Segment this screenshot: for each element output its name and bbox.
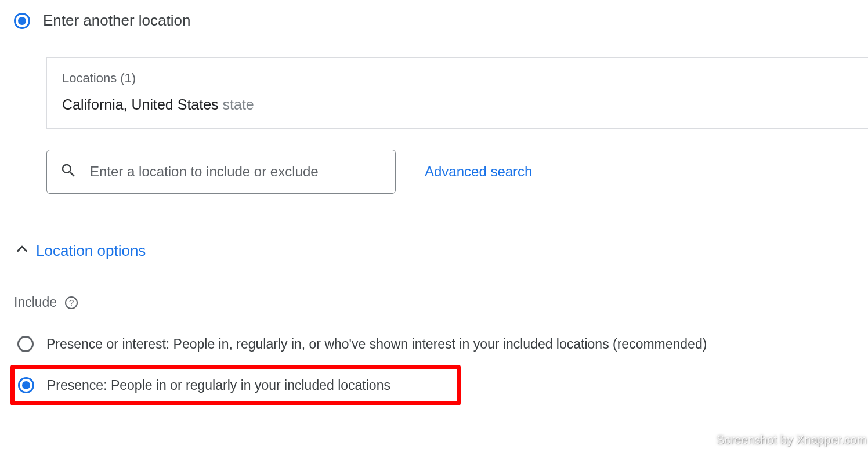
location-options-toggle[interactable]: Location options bbox=[14, 241, 868, 260]
include-row: Include ? bbox=[14, 295, 868, 310]
enter-another-location-radio[interactable] bbox=[14, 13, 30, 29]
help-icon[interactable]: ? bbox=[65, 296, 78, 309]
option-presence[interactable]: Presence: People in or regularly in your… bbox=[10, 365, 461, 405]
chevron-up-icon bbox=[14, 241, 30, 260]
location-entry[interactable]: California, United States state bbox=[62, 96, 853, 113]
include-label: Include bbox=[14, 295, 57, 310]
presence-label: Presence: People in or regularly in your… bbox=[47, 378, 390, 393]
location-options-title: Location options bbox=[36, 242, 146, 260]
search-placeholder: Enter a location to include or exclude bbox=[90, 164, 319, 180]
locations-header: Locations (1) bbox=[62, 71, 853, 86]
location-type: state bbox=[223, 96, 254, 113]
location-search-input[interactable]: Enter a location to include or exclude bbox=[46, 150, 396, 194]
presence-or-interest-radio[interactable] bbox=[17, 336, 34, 352]
search-icon bbox=[60, 162, 77, 182]
watermark: Screenshot by Xnapper.com bbox=[717, 433, 867, 447]
presence-or-interest-label: Presence or interest: People in, regular… bbox=[46, 336, 707, 352]
option-presence-or-interest[interactable]: Presence or interest: People in, regular… bbox=[14, 331, 868, 357]
enter-another-location-label: Enter another location bbox=[43, 12, 190, 30]
advanced-search-link[interactable]: Advanced search bbox=[425, 164, 532, 180]
enter-another-location-row: Enter another location bbox=[14, 12, 868, 30]
location-name: California, United States bbox=[62, 96, 219, 113]
locations-panel: Locations (1) California, United States … bbox=[46, 57, 868, 129]
presence-radio[interactable] bbox=[18, 377, 34, 393]
search-row: Enter a location to include or exclude A… bbox=[46, 150, 868, 194]
